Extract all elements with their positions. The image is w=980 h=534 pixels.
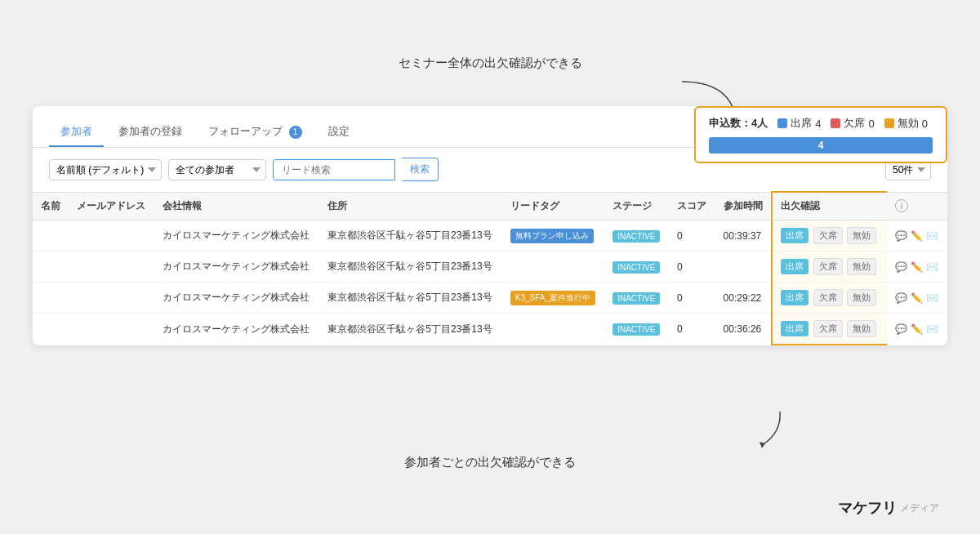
tab-register[interactable]: 参加者の登録 [107, 118, 194, 147]
cell-attendance: 出席 欠席 無効 [772, 251, 887, 283]
col-company: 会社情報 [154, 192, 319, 220]
cell-tag: 無料プラン申し込み [502, 220, 604, 251]
comment-icon[interactable]: 💬 [895, 261, 907, 273]
comment-icon[interactable]: 💬 [895, 230, 907, 242]
mail-icon[interactable]: ✉️ [926, 230, 938, 242]
cell-time: 00:29:22 [715, 283, 773, 314]
cell-company: カイロスマーケティング株式会社 [154, 283, 319, 314]
tab-followup[interactable]: フォローアップ 1 [197, 118, 314, 147]
col-time: 参加時間 [715, 192, 773, 220]
logo-area: マケフリ メディア [838, 498, 939, 518]
search-button[interactable]: 検索 [402, 158, 439, 181]
cell-stage: INACTIVE [604, 220, 669, 251]
tag-badge: 無料プラン申し込み [510, 229, 594, 243]
progress-value: 4 [818, 140, 824, 151]
btn-present[interactable]: 出席 [781, 228, 808, 243]
annotation-arrow-bottom [747, 407, 788, 448]
col-tag: リードタグ [502, 192, 604, 220]
btn-present[interactable]: 出席 [781, 290, 808, 305]
cell-email [69, 220, 154, 251]
btn-invalid[interactable]: 無効 [847, 258, 876, 275]
cell-attendance: 出席 欠席 無効 [772, 314, 887, 345]
col-address: 住所 [319, 192, 501, 220]
cell-attendance: 出席 欠席 無効 [772, 220, 887, 251]
summary-box: 申込数：4人 出席 4 欠席 0 無効 0 4 [694, 106, 947, 163]
mail-icon[interactable]: ✉️ [926, 292, 938, 304]
btn-present[interactable]: 出席 [781, 321, 808, 336]
filter-select[interactable]: 全ての参加者 [168, 159, 266, 180]
cell-actions: 💬 ✏️ ✉️ [887, 283, 947, 314]
col-email: メールアドレス [69, 192, 154, 220]
legend-invalid-count: 0 [922, 118, 928, 130]
cell-name [33, 283, 69, 314]
info-icon[interactable]: i [895, 199, 908, 212]
comment-icon[interactable]: 💬 [895, 292, 907, 304]
search-input[interactable] [273, 159, 395, 180]
cell-time: 00:36:26 [715, 314, 773, 345]
legend-attend: 出席 4 [777, 116, 821, 131]
cell-company: カイロスマーケティング株式会社 [154, 314, 319, 345]
cell-stage: INACTIVE [604, 314, 669, 345]
btn-absent[interactable]: 欠席 [813, 258, 843, 275]
cell-attendance: 出席 欠席 無効 [772, 283, 887, 314]
btn-present[interactable]: 出席 [781, 259, 808, 274]
legend-attend-label: 出席 [791, 116, 812, 131]
cell-score: 0 [669, 251, 715, 283]
tag-badge: K3_SFA_案件進行中 [510, 291, 595, 305]
annotation-bottom: 参加者ごとの出欠確認ができる [404, 455, 576, 470]
cell-tag [502, 314, 604, 345]
cell-time: 00:39:37 [715, 220, 773, 251]
annotation-top: セミナー全体の出欠確認ができる [399, 56, 582, 71]
stage-badge: INACTIVE [612, 261, 660, 274]
cell-name [33, 314, 69, 345]
col-attendance: 出欠確認 [772, 192, 887, 220]
mail-icon[interactable]: ✉️ [926, 261, 938, 273]
legend-invalid-label: 無効 [898, 116, 919, 131]
cell-stage: INACTIVE [604, 283, 669, 314]
legend-absent: 欠席 0 [831, 116, 874, 131]
cell-company: カイロスマーケティング株式会社 [154, 251, 319, 283]
btn-absent[interactable]: 欠席 [813, 320, 843, 337]
cell-name [33, 220, 69, 251]
btn-invalid[interactable]: 無効 [847, 289, 876, 306]
mail-icon[interactable]: ✉️ [926, 323, 938, 335]
summary-label: 申込数：4人 [709, 116, 768, 131]
cell-actions: 💬 ✏️ ✉️ [887, 251, 947, 283]
sort-select[interactable]: 名前順 (デフォルト) [49, 159, 162, 180]
legend-invalid-dot [884, 118, 894, 128]
btn-invalid[interactable]: 無効 [847, 320, 876, 337]
cell-score: 0 [669, 283, 715, 314]
cell-name [33, 251, 69, 283]
cell-address: 東京都渋谷区千駄ヶ谷5丁目23番13号 [319, 220, 501, 251]
edit-icon[interactable]: ✏️ [911, 292, 923, 304]
svg-marker-1 [760, 442, 765, 448]
edit-icon[interactable]: ✏️ [911, 230, 923, 242]
cell-tag [502, 251, 604, 283]
logo-main: マケフリ [838, 498, 897, 518]
table-row: カイロスマーケティング株式会社 東京都渋谷区千駄ヶ谷5丁目23番13号 K3_S… [33, 283, 947, 314]
table-header-row: 名前 メールアドレス 会社情報 住所 リードタグ ステージ スコア 参加時間 出… [33, 192, 947, 220]
table-row: カイロスマーケティング株式会社 東京都渋谷区千駄ヶ谷5丁目23番13号 INAC… [33, 314, 947, 345]
cell-actions: 💬 ✏️ ✉️ [887, 314, 947, 345]
table-row: カイロスマーケティング株式会社 東京都渋谷区千駄ヶ谷5丁目23番13号 INAC… [33, 251, 947, 283]
cell-time [715, 251, 773, 283]
cell-address: 東京都渋谷区千駄ヶ谷5丁目23番13号 [319, 283, 501, 314]
cell-score: 0 [669, 220, 715, 251]
legend-absent-label: 欠席 [844, 116, 865, 131]
btn-invalid[interactable]: 無効 [847, 227, 876, 244]
edit-icon[interactable]: ✏️ [911, 261, 923, 273]
legend-invalid: 無効 0 [884, 116, 928, 131]
legend-absent-count: 0 [868, 118, 874, 130]
btn-absent[interactable]: 欠席 [813, 227, 843, 244]
btn-absent[interactable]: 欠席 [813, 289, 843, 306]
followup-badge: 1 [289, 126, 302, 139]
cell-stage: INACTIVE [604, 251, 669, 283]
tab-settings[interactable]: 設定 [317, 118, 361, 147]
tab-participants[interactable]: 参加者 [49, 118, 104, 147]
legend-attend-dot [777, 118, 787, 128]
cell-address: 東京都渋谷区千駄ヶ谷5丁目23番13号 [319, 251, 501, 283]
edit-icon[interactable]: ✏️ [911, 323, 923, 335]
comment-icon[interactable]: 💬 [895, 323, 907, 335]
cell-tag: K3_SFA_案件進行中 [502, 283, 604, 314]
stage-badge: INACTIVE [612, 323, 660, 336]
